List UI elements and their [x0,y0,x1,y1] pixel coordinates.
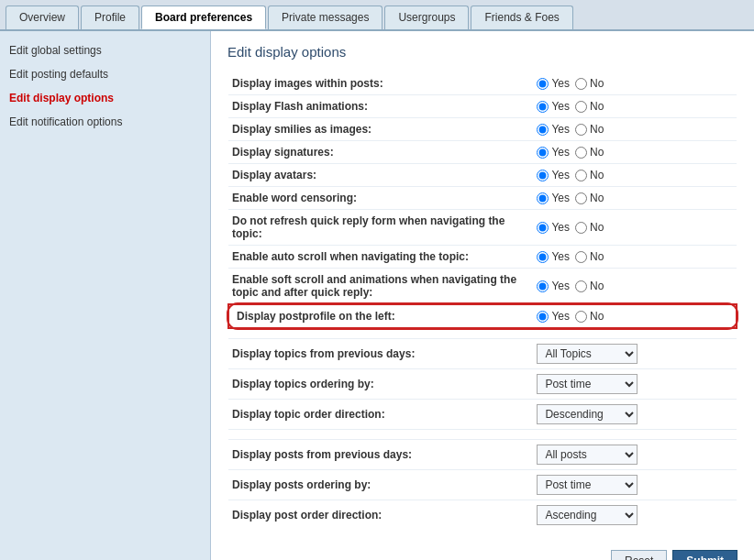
table-row: Display posts ordering by: Post time Pos… [228,470,737,500]
postprofile-label: Display postprofile on the left: [237,310,395,323]
tab-board-preferences[interactable]: Board preferences [141,5,266,29]
select-cell: Ascending Descending [533,500,737,531]
posts-days-select[interactable]: All posts 1 Day 7 Days 2 Weeks 1 Month 3… [537,445,638,465]
row-label: Display post order direction: [228,500,533,531]
reset-button[interactable]: Reset [611,550,667,560]
tab-friends-foes[interactable]: Friends & Foes [471,5,572,29]
radio-yes-label[interactable]: Yes [537,310,570,323]
tab-profile[interactable]: Profile [81,5,139,29]
radio-yes-label[interactable]: Yes [537,77,570,90]
radio-no[interactable] [575,147,587,159]
radio-cell-postprofile: Yes No [533,304,737,328]
table-row: Display smilies as images: Yes No [228,118,737,141]
table-row: Do not refresh quick reply form when nav… [228,210,737,246]
select-cell: All posts 1 Day 7 Days 2 Weeks 1 Month 3… [533,440,737,470]
posts-order-select[interactable]: Post time Post author [537,475,638,495]
row-label: Display signatures: [228,141,533,164]
table-row-highlight: Display postprofile on the left: Yes No [228,304,737,328]
posts-direction-select[interactable]: Ascending Descending [537,505,638,525]
row-label: Enable auto scroll when navigating the t… [228,246,533,269]
row-label: Display avatars: [228,164,533,187]
radio-no[interactable] [575,251,587,263]
table-row: Display posts from previous days: All po… [228,440,737,470]
radio-cell: Yes No [533,246,737,269]
radio-cell: Yes No [533,164,737,187]
sidebar-item-posting-defaults[interactable]: Edit posting defaults [0,62,210,86]
radio-cell: Yes No [533,210,737,246]
table-row: Display signatures: Yes No [228,141,737,164]
row-label: Display topics from previous days: [228,339,533,369]
radio-no[interactable] [575,311,587,323]
sidebar-item-display-options[interactable]: Edit display options [0,86,210,110]
radio-yes-label[interactable]: Yes [537,169,570,181]
radio-cell: Yes No [533,72,737,95]
radio-no-label[interactable]: No [575,221,604,234]
select-cell: Post time Topic title Topic author Repli… [533,369,737,400]
submit-button[interactable]: Submit [672,550,737,560]
radio-no[interactable] [575,192,587,204]
radio-no-label[interactable]: No [575,77,604,90]
select-cell: Descending Ascending [533,400,737,430]
radio-cell: Yes No [533,269,737,305]
content-area: Edit display options Display images with… [211,31,754,543]
radio-no-label[interactable]: No [575,280,604,292]
radio-no[interactable] [575,222,587,234]
radio-no-label[interactable]: No [575,250,604,263]
radio-yes[interactable] [537,101,549,113]
table-row: Enable auto scroll when navigating the t… [228,246,737,269]
table-row: Display avatars: Yes No [228,164,737,187]
tab-overview[interactable]: Overview [6,5,79,29]
radio-no[interactable] [575,170,587,181]
radio-yes[interactable] [537,78,549,90]
radio-yes-label[interactable]: Yes [537,100,570,113]
topics-order-select[interactable]: Post time Topic title Topic author Repli… [537,374,638,394]
row-label: Display Flash animations: [228,95,533,118]
top-tabs: Overview Profile Board preferences Priva… [0,0,754,31]
topics-days-select[interactable]: All Topics 1 Day 7 Days 2 Weeks 1 Month … [537,344,638,364]
radio-yes-label[interactable]: Yes [537,192,570,204]
radio-no-label[interactable]: No [575,169,604,181]
radio-yes-label[interactable]: Yes [537,146,570,159]
sidebar: Edit global settings Edit posting defaul… [0,31,211,560]
separator-row [228,328,737,339]
radio-no[interactable] [575,280,587,292]
topics-direction-select[interactable]: Descending Ascending [537,404,638,424]
radio-yes-label[interactable]: Yes [537,221,570,234]
radio-yes[interactable] [537,170,549,181]
row-label: Display images within posts: [228,72,533,95]
row-label: Do not refresh quick reply form when nav… [228,210,533,246]
radio-cell: Yes No [533,118,737,141]
tab-private-messages[interactable]: Private messages [268,5,383,29]
radio-no-label[interactable]: No [575,192,604,204]
table-row: Display topics from previous days: All T… [228,339,737,369]
radio-yes[interactable] [537,147,549,159]
row-label: Display topic order direction: [228,400,533,430]
table-row: Enable word censoring: Yes No [228,187,737,210]
table-row: Display post order direction: Ascending … [228,500,737,531]
row-label: Display topics ordering by: [228,369,533,400]
radio-yes[interactable] [537,192,549,204]
radio-yes[interactable] [537,124,549,136]
radio-yes-label[interactable]: Yes [537,123,570,136]
radio-no[interactable] [575,101,587,113]
tab-usergroups[interactable]: Usergroups [384,5,469,29]
radio-no-label[interactable]: No [575,100,604,113]
radio-no-label[interactable]: No [575,123,604,136]
radio-no[interactable] [575,124,587,136]
row-label: Enable word censoring: [228,187,533,210]
radio-yes[interactable] [537,280,549,292]
radio-yes[interactable] [537,222,549,234]
radio-no-label[interactable]: No [575,146,604,159]
radio-yes[interactable] [537,311,549,323]
row-label: Enable soft scroll and animations when n… [228,269,533,305]
sidebar-item-global-settings[interactable]: Edit global settings [0,38,210,62]
radio-no-label[interactable]: No [575,310,604,323]
radio-yes-label[interactable]: Yes [537,280,570,292]
radio-yes[interactable] [537,251,549,263]
radio-yes-label[interactable]: Yes [537,250,570,263]
table-row: Enable soft scroll and animations when n… [228,269,737,305]
sidebar-item-notification-options[interactable]: Edit notification options [0,110,210,134]
row-label: Display posts ordering by: [228,470,533,500]
radio-no[interactable] [575,78,587,90]
row-label: Display smilies as images: [228,118,533,141]
